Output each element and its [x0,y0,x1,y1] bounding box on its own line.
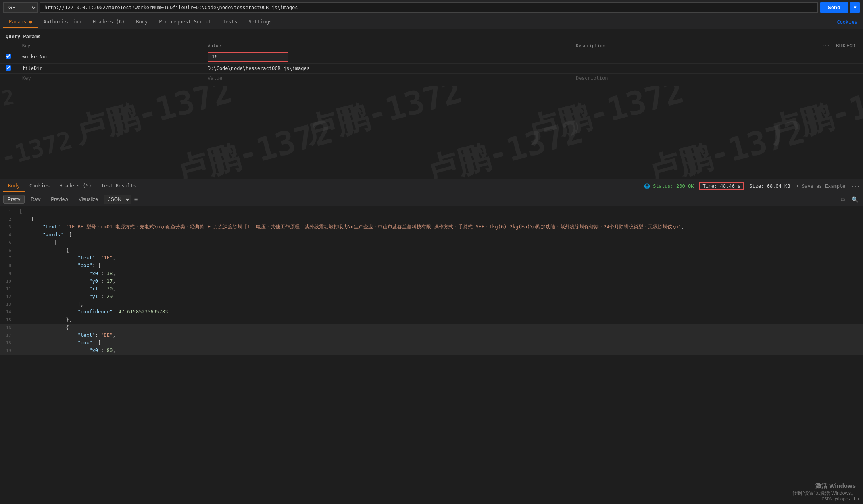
line-number: 12 [0,293,16,301]
top-bar: GET POST PUT DELETE Send ▾ [0,0,863,15]
param-key-2[interactable]: fileDir [17,64,202,74]
line-number: 19 [0,347,16,355]
line-content: "x0": 80, [16,347,863,355]
watermark-1: 卢鹏-1372 [70,86,237,154]
response-tab-test-results[interactable]: Test Results [96,180,141,192]
line-content: "y0": 17, [16,355,863,355]
line-content: "text": "BE", [16,332,863,339]
dots-menu[interactable]: ··· [822,43,830,48]
json-line: 4 "words": [ [0,231,863,239]
url-input[interactable] [40,2,818,13]
json-line: 6 { [0,247,863,254]
response-meta-dots[interactable]: ··· [851,183,860,189]
response-section: Body Cookies Headers (5) Test Results 🌐 … [0,179,863,355]
line-content: "x0": 38, [16,270,863,278]
tab-body[interactable]: Body [130,17,153,28]
line-content: ], [16,301,863,308]
col-check [0,41,17,50]
param-check-2[interactable] [0,64,17,74]
json-line: 8 "box": [ [0,262,863,270]
json-line: 20 "y0": 17, [0,355,863,355]
format-search-button[interactable]: 🔍 [850,196,860,203]
response-meta: 🌐 Status: 200 OK Time: 48.46 s Size: 68.… [644,182,860,190]
line-number: 18 [0,339,16,347]
watermark-5: -1372 [0,126,75,172]
format-pretty-button[interactable]: Pretty [3,195,25,204]
json-line: 7 "text": "1E", [0,254,863,262]
json-content[interactable]: 1[2 [3 "text": "1E BE 型号：cm01 电源方式：充电式\n… [0,206,863,355]
line-number: 4 [0,231,16,239]
watermark-6: 卢鹏-1372 [171,110,338,179]
param-value-2[interactable]: D:\Code\node\tesseractOCR_js\images [202,64,570,74]
watermark-7: 卢鹏-1372 [421,110,588,179]
response-tab-body[interactable]: Body [3,180,25,192]
json-line: 10 "y0": 17, [0,278,863,285]
param-row-1: workerNum [0,50,863,64]
line-number: 7 [0,254,16,262]
json-line: 12 "y1": 29 [0,293,863,301]
line-content: [ [16,208,863,216]
save-example-button[interactable]: ⬇ Save as Example [796,183,845,189]
bulk-edit-button[interactable]: Bulk Edit [836,43,855,48]
line-number: 13 [0,301,16,308]
json-line: 3 "text": "1E BE 型号：cm01 电源方式：充电式\n\n颜色分… [0,223,863,231]
tab-pre-request[interactable]: Pre-request Script [153,17,217,28]
watermark-8: 卢鹏-1372 [642,110,810,179]
response-tab-cookies[interactable]: Cookies [25,180,55,192]
line-content: "confidence": 47.61585235695783 [16,308,863,316]
format-visualize-button[interactable]: Visualize [74,195,102,204]
line-number: 20 [0,355,16,355]
tab-tests[interactable]: Tests [217,17,243,28]
col-bulk-edit[interactable]: ··· Bulk Edit [711,41,863,50]
line-content: [ [16,216,863,223]
send-button[interactable]: Send [820,2,848,13]
json-line: 1[ [0,208,863,216]
param-action-2 [711,64,863,74]
cookies-link[interactable]: Cookies [837,19,857,25]
param-value-1[interactable] [202,50,570,64]
json-line: 9 "x0": 38, [0,270,863,278]
format-raw-button[interactable]: Raw [26,195,45,204]
param-key-1[interactable]: workerNum [17,50,202,64]
method-select[interactable]: GET POST PUT DELETE [3,2,38,13]
json-line: 19 "x0": 80, [0,347,863,355]
param-action-empty [711,74,863,83]
format-preview-button[interactable]: Preview [46,195,73,204]
response-status: 🌐 Status: 200 OK [644,183,694,189]
param-action-1 [711,50,863,64]
param-check-1[interactable] [0,50,17,64]
watermark-3: 卢鹏-1372 [521,86,689,154]
line-content: "words": [ [16,231,863,239]
param-desc-2[interactable] [570,64,711,74]
format-toolbar: Pretty Raw Preview Visualize JSON XML Te… [0,193,863,206]
tab-authorization[interactable]: Authorization [38,17,87,28]
col-description: Description [570,41,711,50]
param-checkbox-1[interactable] [6,54,11,59]
tab-headers[interactable]: Headers (6) [87,17,130,28]
tab-settings[interactable]: Settings [243,17,277,28]
param-value-input-1[interactable] [208,52,288,62]
param-desc-1[interactable] [570,50,711,64]
json-line: 11 "x1": 70, [0,285,863,293]
line-number: 5 [0,239,16,247]
response-tab-headers[interactable]: Headers (5) [54,180,96,192]
param-row-empty: Key Value Description [0,74,863,83]
tab-params[interactable]: Params ● [3,17,38,28]
watermark-area: 卢鹏-1372 卢鹏-1372 卢鹏-1372 卢鹏-1372 -1372 卢鹏… [0,86,863,179]
request-tabs-row: Params ● Authorization Headers (6) Body … [0,15,863,29]
param-desc-empty[interactable]: Description [570,74,711,83]
send-dropdown-button[interactable]: ▾ [850,2,860,13]
format-type-select[interactable]: JSON XML Text [104,195,131,204]
line-number: 9 [0,270,16,278]
format-right-actions: ⧉ 🔍 [839,196,860,203]
json-line: 2 [ [0,216,863,223]
format-icon-lines[interactable]: ≡ [133,196,139,203]
format-copy-button[interactable]: ⧉ [839,196,846,203]
param-key-empty[interactable]: Key [17,74,202,83]
param-value-empty[interactable]: Value [202,74,570,83]
line-content: "text": "1E BE 型号：cm01 电源方式：充电式\n\n颜色分类：… [16,223,863,231]
line-number: 2 [0,216,16,223]
status-text: Status: 200 OK [653,183,694,189]
line-number: 14 [0,308,16,316]
param-checkbox-2[interactable] [6,65,11,71]
